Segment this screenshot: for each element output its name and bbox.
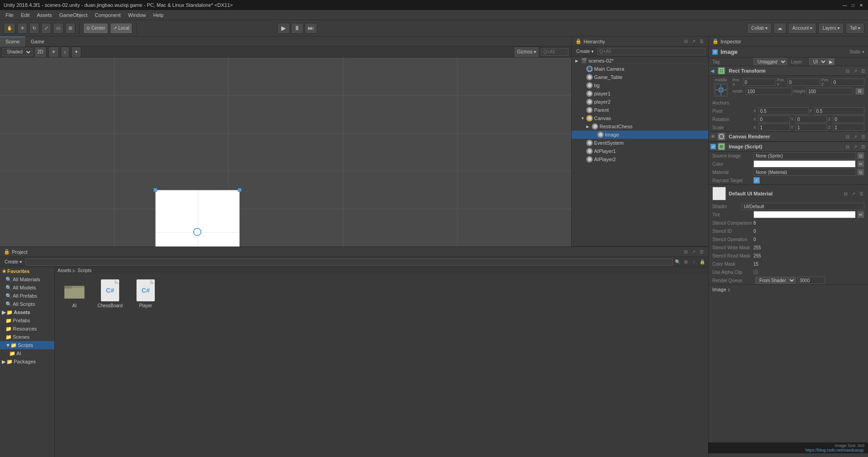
menu-edit[interactable]: Edit: [17, 11, 33, 19]
project-search-input[interactable]: [26, 258, 673, 266]
maximize-btn[interactable]: □: [850, 2, 856, 8]
mat-icon-3[interactable]: ☰: [858, 190, 864, 197]
prefabs-tree[interactable]: 📁 Prefabs: [0, 316, 54, 325]
use-alpha-checkbox[interactable]: [753, 270, 758, 274]
color-swatch[interactable]: [753, 160, 856, 168]
file-player[interactable]: C# Player: [130, 278, 162, 310]
rotate-tool-btn[interactable]: ↻: [29, 23, 39, 34]
local-btn[interactable]: ↗ Local: [110, 23, 132, 34]
layer-select[interactable]: UI: [809, 58, 827, 65]
anchors-icon[interactable]: [714, 83, 728, 97]
layers-btn[interactable]: Layers ▾: [818, 23, 844, 34]
scene-light-btn[interactable]: ☀: [48, 47, 59, 58]
hand-tool-btn[interactable]: ✋: [4, 23, 16, 34]
tint-swatch[interactable]: [753, 211, 856, 218]
file-ai-folder[interactable]: AI: [58, 278, 90, 310]
pos-x-input[interactable]: [743, 79, 776, 86]
close-btn[interactable]: ✕: [858, 2, 864, 8]
selected-image-object[interactable]: [155, 190, 240, 247]
scene-search-input[interactable]: [541, 48, 568, 56]
favorites-header[interactable]: ★ Favorites: [0, 267, 54, 275]
all-prefabs[interactable]: 🔍 All Prefabs: [0, 292, 54, 300]
file-chessboard[interactable]: C# ChessBoard: [94, 278, 126, 310]
step-btn[interactable]: ⏭: [305, 23, 317, 34]
img-ref-icon[interactable]: ⊟: [844, 143, 851, 150]
account-btn[interactable]: Account ▾: [788, 23, 816, 34]
r-button[interactable]: R: [855, 88, 864, 95]
hier-bg[interactable]: ⬤ bg: [572, 81, 708, 89]
hier-main-camera[interactable]: 🎥 Main Camera: [572, 65, 708, 73]
hier-player1[interactable]: ⬤ player1: [572, 89, 708, 98]
scene-canvas[interactable]: [0, 58, 571, 247]
hier-image[interactable]: ⬤ Image: [572, 131, 708, 139]
project-icon-1[interactable]: ⊟: [683, 249, 689, 255]
all-scripts[interactable]: 🔍 All Scripts: [0, 300, 54, 308]
minimize-btn[interactable]: —: [842, 2, 848, 8]
menu-file[interactable]: File: [2, 11, 17, 19]
pos-y-input[interactable]: [787, 79, 820, 86]
menu-help[interactable]: Help: [149, 11, 167, 19]
tint-picker-btn[interactable]: ✏: [857, 211, 864, 218]
hier-game-table[interactable]: ⬤ Game_Table: [572, 73, 708, 81]
hierarchy-search-input[interactable]: [597, 48, 705, 55]
game-tab[interactable]: Game: [25, 37, 50, 47]
packages-tree[interactable]: ▶ 📁 Packages: [0, 357, 54, 366]
scene-tab[interactable]: Scene: [0, 37, 25, 47]
hierarchy-icon-3[interactable]: ☰: [698, 38, 705, 45]
render-queue-preset-select[interactable]: From Shader: [755, 277, 796, 284]
hierarchy-create-btn[interactable]: Create ▾: [574, 48, 595, 54]
hier-canvas[interactable]: ▼ ⬤ Canvas: [572, 114, 708, 122]
cr-settings-icon[interactable]: ↗: [852, 133, 858, 140]
hierarchy-icon-1[interactable]: ⊟: [683, 38, 689, 45]
menu-component[interactable]: Component: [91, 11, 124, 19]
hier-aiplayer1[interactable]: ⬤ AIPlayer1: [572, 147, 708, 155]
color-picker-btn[interactable]: ✏: [857, 160, 864, 168]
all-models[interactable]: 🔍 All Models: [0, 284, 54, 292]
img-more-icon[interactable]: ☰: [860, 143, 866, 150]
collab-btn[interactable]: Collab ▾: [747, 23, 772, 34]
shading-mode-select[interactable]: Shaded: [3, 48, 32, 56]
resources-tree[interactable]: 📁 Resources: [0, 325, 54, 333]
hierarchy-icon-2[interactable]: ↗: [690, 38, 697, 45]
active-checkbox[interactable]: ✓: [712, 49, 718, 55]
project-filter-icon[interactable]: ⊞: [683, 259, 689, 265]
hier-aiplayer2[interactable]: ⬤ AIPlayer2: [572, 155, 708, 163]
raycast-checkbox[interactable]: ✓: [753, 177, 760, 184]
img-settings-icon[interactable]: ↗: [852, 143, 858, 150]
rt-settings-icon[interactable]: ↗: [852, 68, 858, 74]
bc-assets[interactable]: Assets: [58, 268, 71, 273]
rect-tool-btn[interactable]: ▭: [53, 23, 63, 34]
scene-effects-btn[interactable]: ✦: [71, 47, 81, 58]
scene-audio-btn[interactable]: ♪: [61, 47, 69, 58]
scripts-tree[interactable]: ▼📁 Scripts: [0, 341, 54, 349]
image-script-header[interactable]: ✓ Image (Script) ⊟ ↗ ☰: [709, 142, 868, 152]
cloud-btn[interactable]: ☁: [773, 23, 786, 34]
cr-ref-icon[interactable]: ⊟: [844, 133, 851, 140]
ai-tree[interactable]: 📁 AI: [0, 349, 54, 357]
all-materials[interactable]: 🔍 All Materials: [0, 275, 54, 284]
height-input[interactable]: [806, 88, 853, 95]
anchor-tr[interactable]: [238, 188, 242, 192]
material-input[interactable]: [753, 168, 856, 176]
source-image-select-btn[interactable]: ⊙: [857, 152, 864, 159]
rt-more-icon[interactable]: ☰: [860, 68, 866, 74]
width-input[interactable]: [746, 88, 792, 95]
menu-window[interactable]: Window: [124, 11, 149, 19]
scenes-tree[interactable]: 📁 Scenes: [0, 333, 54, 341]
center-btn[interactable]: ⊙ Center: [83, 23, 108, 34]
bc-scripts[interactable]: Scripts: [78, 268, 92, 273]
rot-z-input[interactable]: [833, 116, 864, 123]
project-search-icon[interactable]: 🔍: [674, 259, 681, 265]
anchor-tl[interactable]: [153, 188, 157, 192]
render-queue-value-input[interactable]: [798, 277, 825, 284]
pivot-x-input[interactable]: [758, 107, 808, 115]
hier-stractchess[interactable]: ▶ ⬤ RestractChess: [572, 122, 708, 131]
2d-btn[interactable]: 2D: [34, 47, 47, 58]
mat-icon-2[interactable]: ↗: [850, 190, 857, 197]
play-btn[interactable]: ▶: [277, 23, 290, 34]
center-handle[interactable]: [193, 228, 201, 236]
pos-z-input[interactable]: [831, 79, 864, 86]
canvas-renderer-header[interactable]: 👁 Canvas Renderer ⊟ ↗ ☰: [709, 131, 868, 142]
image-active-checkbox[interactable]: ✓: [710, 144, 716, 149]
source-image-input[interactable]: [753, 152, 856, 159]
